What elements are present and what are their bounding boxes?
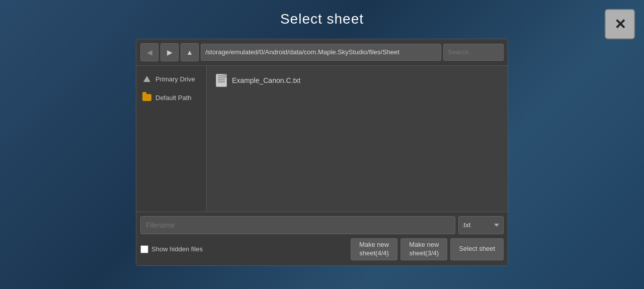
toolbar: /storage/emulated/0/Android/data/com.Map… [136, 39, 508, 66]
make-sheet-3-button[interactable]: Make new sheet(3/4) [400, 238, 447, 260]
folder-icon [142, 94, 151, 101]
forward-icon [167, 48, 173, 57]
primary-drive-label: Primary Drive [155, 75, 195, 83]
actions-row: Show hidden files Make new sheet(4/4) Ma… [136, 238, 508, 265]
close-button[interactable]: ✕ [605, 9, 635, 39]
select-sheet-button[interactable]: Select sheet [450, 238, 504, 260]
path-bar: /storage/emulated/0/Android/data/com.Map… [201, 44, 441, 61]
back-icon [147, 48, 152, 57]
content-area: Primary Drive Default Path Example_Canon… [136, 66, 508, 212]
file-pane: Example_Canon.C.txt [207, 66, 508, 212]
make-sheet-4-button[interactable]: Make new sheet(4/4) [351, 238, 397, 260]
default-path-label: Default Path [155, 94, 192, 102]
file-icon [216, 74, 227, 87]
show-hidden-label[interactable]: Show hidden files [140, 245, 348, 253]
extension-select[interactable]: .txt .csv .json [458, 216, 504, 234]
up-icon [186, 48, 193, 57]
filename-input[interactable] [140, 216, 455, 234]
search-input[interactable] [443, 44, 504, 61]
bottom-bar: .txt .csv .json Show hidden files Make n… [136, 212, 508, 265]
filename-row: .txt .csv .json [136, 212, 508, 238]
sidebar-item-default-path[interactable]: Default Path [136, 89, 206, 107]
file-dialog: /storage/emulated/0/Android/data/com.Map… [136, 39, 508, 266]
svg-marker-0 [143, 76, 150, 82]
back-button[interactable] [140, 43, 158, 61]
list-item[interactable]: Example_Canon.C.txt [211, 70, 504, 91]
sidebar: Primary Drive Default Path [136, 66, 207, 212]
show-hidden-text: Show hidden files [151, 245, 203, 253]
drive-icon [142, 75, 151, 84]
dialog-title: Select sheet [280, 11, 364, 27]
forward-button[interactable] [160, 43, 179, 61]
up-button[interactable] [181, 43, 199, 61]
sidebar-item-primary-drive[interactable]: Primary Drive [136, 70, 206, 89]
show-hidden-checkbox[interactable] [140, 245, 148, 253]
file-name: Example_Canon.C.txt [232, 76, 300, 84]
